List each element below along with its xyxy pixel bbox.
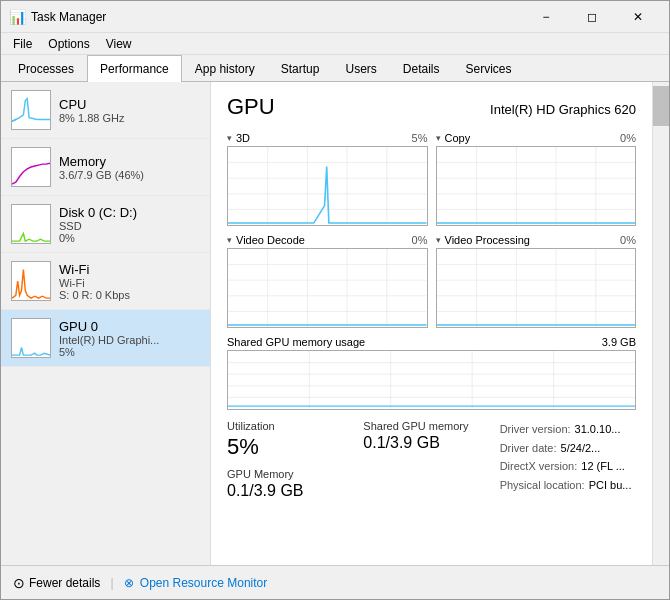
graph-vp-label-row: ▾ Video Processing 0%	[436, 234, 637, 246]
footer: ⊙ Fewer details | ⊗ Open Resource Monito…	[1, 565, 669, 599]
close-button[interactable]: ✕	[615, 1, 661, 33]
memory-subtitle: 3.6/7.9 GB (46%)	[59, 169, 200, 181]
stats-row: Utilization 5% GPU Memory 0.1/3.9 GB Sha…	[227, 420, 636, 500]
wifi-info: Wi-Fi Wi-Fi S: 0 R: 0 Kbps	[59, 262, 200, 301]
graph-3d-pct: 5%	[412, 132, 428, 144]
disk-title: Disk 0 (C: D:)	[59, 205, 200, 220]
task-manager-window: 📊 Task Manager − ◻ ✕ File Options View P…	[0, 0, 670, 600]
open-resource-monitor-link[interactable]: ⊗ Open Resource Monitor	[124, 576, 268, 590]
window-controls: − ◻ ✕	[523, 1, 661, 33]
directx-label: DirectX version:	[500, 457, 578, 476]
sidebar: CPU 8% 1.88 GHz Memory 3.6/7.9 GB (46%)	[1, 82, 211, 565]
graph-3d-box	[227, 146, 428, 226]
shared-pct: 3.9 GB	[602, 336, 636, 348]
graph-vp-pct: 0%	[620, 234, 636, 246]
sidebar-item-gpu0[interactable]: GPU 0 Intel(R) HD Graphi... 5%	[1, 310, 210, 367]
graph-3d-label: 3D	[236, 132, 250, 144]
tab-services[interactable]: Services	[453, 55, 525, 82]
location-label: Physical location:	[500, 476, 585, 495]
directx-value: 12 (FL ...	[581, 457, 625, 476]
tab-app-history[interactable]: App history	[182, 55, 268, 82]
minimize-button[interactable]: −	[523, 1, 569, 33]
cpu-info: CPU 8% 1.88 GHz	[59, 97, 200, 124]
window-title: Task Manager	[31, 10, 523, 24]
disk-spark-icon	[11, 204, 51, 244]
gpu-memory-label: GPU Memory	[227, 468, 363, 480]
graph-grid: ▾ 3D 5%	[227, 132, 636, 328]
wifi-subtitle2: S: 0 R: 0 Kbps	[59, 289, 200, 301]
gpu0-title: GPU 0	[59, 319, 200, 334]
wifi-spark-icon	[11, 261, 51, 301]
graph-vp-label: Video Processing	[445, 234, 530, 246]
shared-label-row: Shared GPU memory usage 3.9 GB	[227, 336, 636, 348]
memory-title: Memory	[59, 154, 200, 169]
scrollbar-thumb[interactable]	[653, 86, 669, 126]
open-monitor-label: Open Resource Monitor	[140, 576, 267, 590]
shared-gpu-section: Shared GPU memory usage 3.9 GB	[227, 336, 636, 410]
menu-options[interactable]: Options	[40, 35, 97, 53]
graph-copy-label-row: ▾ Copy 0%	[436, 132, 637, 144]
gpu0-subtitle2: 5%	[59, 346, 200, 358]
gpu-title: GPU	[227, 94, 275, 120]
graph-videodecode-label-row: ▾ Video Decode 0%	[227, 234, 428, 246]
driver-date-label: Driver date:	[500, 439, 557, 458]
menu-file[interactable]: File	[5, 35, 40, 53]
tab-users[interactable]: Users	[332, 55, 389, 82]
restore-button[interactable]: ◻	[569, 1, 615, 33]
shared-mem-label: Shared GPU memory	[363, 420, 499, 432]
memory-info: Memory 3.6/7.9 GB (46%)	[59, 154, 200, 181]
fewer-details-icon: ⊙	[13, 575, 25, 591]
utilization-value: 5%	[227, 434, 363, 460]
wifi-title: Wi-Fi	[59, 262, 200, 277]
menu-view[interactable]: View	[98, 35, 140, 53]
gpu-spark-icon	[11, 318, 51, 358]
fewer-details-label: Fewer details	[29, 576, 100, 590]
gpu-memory-value: 0.1/3.9 GB	[227, 482, 363, 500]
content-area: CPU 8% 1.88 GHz Memory 3.6/7.9 GB (46%)	[1, 82, 669, 565]
footer-divider: |	[110, 576, 113, 590]
shared-mem-value: 0.1/3.9 GB	[363, 434, 499, 452]
resource-monitor-icon: ⊗	[124, 576, 134, 590]
driver-version-value: 31.0.10...	[575, 420, 621, 439]
scrollbar-track[interactable]	[652, 82, 669, 565]
disk-info: Disk 0 (C: D:) SSD 0%	[59, 205, 200, 244]
main-content: GPU Intel(R) HD Graphics 620 ▾ 3D 5%	[211, 82, 652, 565]
chevron-vp-icon: ▾	[436, 235, 441, 245]
driver-version-label: Driver version:	[500, 420, 571, 439]
disk-subtitle2: 0%	[59, 232, 200, 244]
stat-utilization: Utilization 5% GPU Memory 0.1/3.9 GB	[227, 420, 363, 500]
tab-details[interactable]: Details	[390, 55, 453, 82]
driver-date-value: 5/24/2...	[561, 439, 601, 458]
title-bar: 📊 Task Manager − ◻ ✕	[1, 1, 669, 33]
graph-copy: ▾ Copy 0%	[436, 132, 637, 226]
stat-shared: Shared GPU memory 0.1/3.9 GB	[363, 420, 499, 452]
wifi-subtitle1: Wi-Fi	[59, 277, 200, 289]
sidebar-item-memory[interactable]: Memory 3.6/7.9 GB (46%)	[1, 139, 210, 196]
fewer-details-button[interactable]: ⊙ Fewer details	[13, 575, 100, 591]
gpu-header: GPU Intel(R) HD Graphics 620	[227, 94, 636, 120]
driver-info: Driver version: 31.0.10... Driver date: …	[500, 420, 636, 495]
shared-label: Shared GPU memory usage	[227, 336, 365, 348]
graph-vp-box	[436, 248, 637, 328]
graph-3d: ▾ 3D 5%	[227, 132, 428, 226]
graph-copy-box	[436, 146, 637, 226]
tab-bar: Processes Performance App history Startu…	[1, 55, 669, 82]
sidebar-item-disk[interactable]: Disk 0 (C: D:) SSD 0%	[1, 196, 210, 253]
graph-videoprocessing: ▾ Video Processing 0%	[436, 234, 637, 328]
menu-bar: File Options View	[1, 33, 669, 55]
app-icon: 📊	[9, 9, 25, 25]
tab-processes[interactable]: Processes	[5, 55, 87, 82]
cpu-subtitle: 8% 1.88 GHz	[59, 112, 200, 124]
chevron-copy-icon: ▾	[436, 133, 441, 143]
sidebar-item-wifi[interactable]: Wi-Fi Wi-Fi S: 0 R: 0 Kbps	[1, 253, 210, 310]
tab-performance[interactable]: Performance	[87, 55, 182, 82]
stat-driver: Driver version: 31.0.10... Driver date: …	[500, 420, 636, 495]
location-value: PCI bu...	[589, 476, 632, 495]
cpu-spark-icon	[11, 90, 51, 130]
sidebar-item-cpu[interactable]: CPU 8% 1.88 GHz	[1, 82, 210, 139]
gpu-model: Intel(R) HD Graphics 620	[490, 102, 636, 117]
graph-videodecode-box	[227, 248, 428, 328]
graph-copy-label: Copy	[445, 132, 471, 144]
disk-subtitle1: SSD	[59, 220, 200, 232]
tab-startup[interactable]: Startup	[268, 55, 333, 82]
